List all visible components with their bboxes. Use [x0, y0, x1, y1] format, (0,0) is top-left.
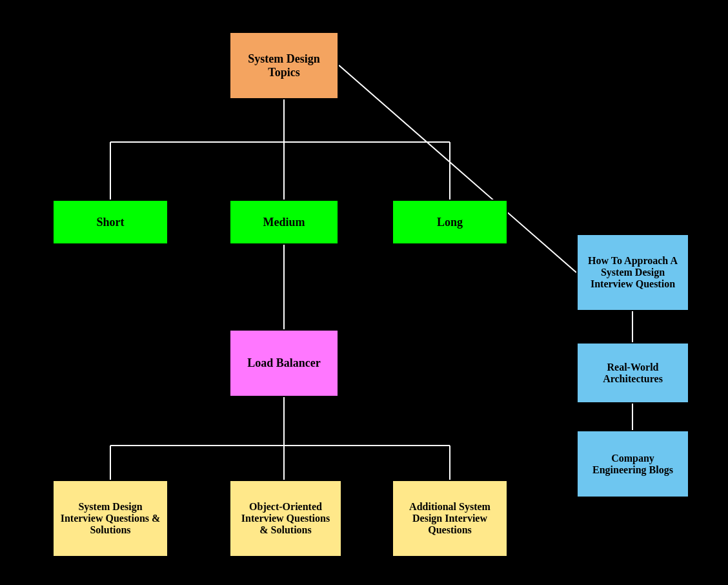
oo-interview-questions-node[interactable]: Object-Oriented Interview Questions & So… [229, 480, 342, 557]
medium-node[interactable]: Medium [229, 200, 339, 245]
system-design-topics-node[interactable]: System Design Topics [229, 32, 339, 99]
short-node[interactable]: Short [52, 200, 168, 245]
company-engineering-blogs-node[interactable]: Company Engineering Blogs [576, 430, 689, 498]
real-world-architectures-node[interactable]: Real-World Architectures [576, 342, 689, 404]
additional-sd-questions-node[interactable]: Additional System Design Interview Quest… [392, 480, 508, 557]
how-to-approach-node[interactable]: How To Approach A System Design Intervie… [576, 234, 689, 311]
long-node[interactable]: Long [392, 200, 508, 245]
load-balancer-node[interactable]: Load Balancer [229, 329, 339, 397]
sd-interview-questions-node[interactable]: System Design Interview Questions & Solu… [52, 480, 168, 557]
